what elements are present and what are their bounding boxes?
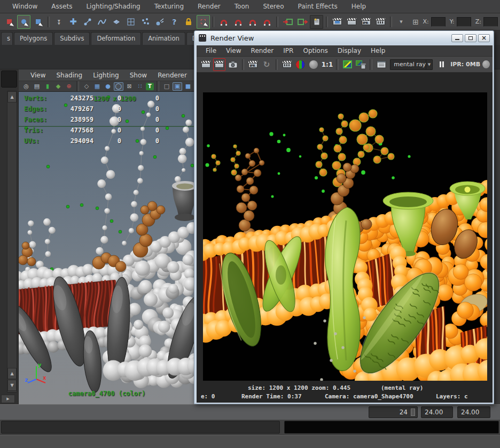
- render-frame-icon[interactable]: [345, 15, 358, 29]
- x-coordinate-field[interactable]: [431, 17, 446, 27]
- command-line-input[interactable]: [1, 421, 280, 434]
- snap-to-points-icon[interactable]: [81, 15, 95, 29]
- rv-refresh-ipr-button[interactable]: ↻: [260, 58, 272, 71]
- scroll-up-button[interactable]: ▲: [7, 91, 17, 103]
- rv-pause-ipr-button[interactable]: [435, 58, 448, 71]
- hud-toggle-icon[interactable]: T: [146, 83, 154, 90]
- snap-magnet-curve-icon[interactable]: [231, 15, 245, 29]
- selection-mask-icon[interactable]: [197, 15, 210, 29]
- snap-particles-icon[interactable]: [139, 15, 152, 29]
- rendered-image[interactable]: [203, 92, 487, 381]
- shelf-scrollbar[interactable]: ▲ ▲ ▼: [7, 91, 17, 392]
- snap-mode-chevrons-icon[interactable]: ▼▼: [52, 15, 66, 29]
- rv-menu-display[interactable]: Display: [333, 47, 366, 54]
- emitter-icon[interactable]: [153, 15, 167, 29]
- isolate-select-icon[interactable]: □: [162, 82, 171, 91]
- shelf-tab-polygons[interactable]: Polygons: [14, 32, 53, 45]
- panel-menu-show[interactable]: Show: [124, 72, 152, 79]
- rv-alpha-channel-button[interactable]: [308, 58, 320, 71]
- panel-menu-lighting[interactable]: Lighting: [88, 72, 124, 79]
- animation-end-field[interactable]: 24.00: [457, 406, 490, 418]
- snap-magnet-viewplane-icon[interactable]: [260, 15, 274, 29]
- menu-help[interactable]: Help: [345, 3, 373, 10]
- move-tool-icon[interactable]: ✚: [67, 15, 80, 29]
- scroll-down-button[interactable]: ▼: [7, 380, 17, 391]
- rv-menu-render[interactable]: Render: [246, 47, 279, 54]
- menu-lighting-shading[interactable]: Lighting/Shading: [79, 3, 147, 10]
- shaded-icon[interactable]: ▦: [92, 82, 102, 91]
- snap-magnet-point-icon[interactable]: [246, 15, 259, 29]
- rv-render-settings-button[interactable]: [375, 58, 387, 71]
- snap-magnet-grid-icon[interactable]: [217, 15, 230, 29]
- perspective-camera-icon[interactable]: ◎: [21, 82, 31, 91]
- panel-menu-shading[interactable]: Shading: [51, 72, 88, 79]
- snap-to-planes-icon[interactable]: [110, 15, 123, 29]
- rv-remove-image-button[interactable]: [355, 58, 367, 71]
- render-view-titlebar[interactable]: Render View ×: [195, 31, 493, 45]
- z-coordinate-field[interactable]: [483, 17, 498, 27]
- minimize-button[interactable]: [451, 34, 463, 42]
- four-pane-icon[interactable]: ■: [183, 82, 193, 91]
- time-slider[interactable]: 24 24.00 24.00: [0, 404, 500, 420]
- rv-snapshot-button[interactable]: [226, 58, 239, 71]
- particles-icon[interactable]: ∷: [135, 82, 145, 91]
- y-coordinate-field[interactable]: [457, 17, 471, 27]
- ipr-render-icon[interactable]: IPR: [360, 15, 373, 29]
- menu-assets[interactable]: Assets: [44, 3, 79, 10]
- rv-menu-help[interactable]: Help: [366, 47, 390, 54]
- render-settings-icon[interactable]: [374, 15, 387, 29]
- rv-keep-image-button[interactable]: [341, 58, 354, 71]
- menu-toon[interactable]: Toon: [228, 3, 256, 10]
- perspective-viewport[interactable]: Verts:24327500 Edges:47926700 Faces:2389…: [19, 92, 195, 404]
- close-button[interactable]: ×: [478, 34, 490, 42]
- menu-texturing[interactable]: Texturing: [147, 3, 191, 10]
- render-current-frame-icon[interactable]: [331, 15, 344, 29]
- snap-to-grid-icon[interactable]: [124, 15, 138, 29]
- rv-menu-view[interactable]: View: [221, 47, 246, 54]
- select-object-icon[interactable]: [17, 15, 30, 29]
- lock-icon[interactable]: [182, 15, 196, 29]
- construction-history-icon[interactable]: [310, 15, 323, 29]
- select-hierarchy-icon[interactable]: [3, 15, 16, 29]
- input-connections-icon[interactable]: [281, 15, 294, 29]
- rv-menu-file[interactable]: File: [201, 47, 221, 54]
- help-icon[interactable]: ?: [168, 15, 181, 29]
- rv-rgb-channels-button[interactable]: [294, 58, 307, 71]
- toolbox-last-tool-slot[interactable]: [1, 70, 17, 88]
- rv-region-render-button[interactable]: [280, 58, 293, 71]
- rv-redo-render-button[interactable]: [213, 58, 225, 71]
- menu-render[interactable]: Render: [191, 3, 228, 10]
- camera-attributes-icon[interactable]: ▤: [32, 82, 42, 91]
- renderer-dropdown[interactable]: mental ray ▼: [390, 59, 433, 70]
- expand-panel-button[interactable]: ▶: [1, 395, 15, 403]
- rv-menu-ipr[interactable]: IPR: [278, 47, 298, 54]
- output-connections-icon[interactable]: [295, 15, 309, 29]
- time-slider-handle[interactable]: [411, 408, 415, 416]
- field-dropdown-icon[interactable]: ▼: [395, 15, 408, 29]
- single-pane-icon[interactable]: ▣: [173, 82, 182, 91]
- snap-to-curves-icon[interactable]: [96, 15, 109, 29]
- image-plane-icon[interactable]: ◆: [53, 82, 63, 91]
- maximize-button[interactable]: [465, 34, 476, 42]
- playback-end-field[interactable]: 24.00: [421, 406, 453, 418]
- select-component-icon[interactable]: [32, 15, 45, 29]
- shelf-tab-deformation[interactable]: Deformation: [91, 32, 141, 45]
- no-textures-icon[interactable]: ⊠: [124, 82, 134, 91]
- rv-ipr-render-button[interactable]: IPR: [247, 58, 259, 71]
- shelf-tab-surfaces[interactable]: s: [1, 32, 13, 45]
- rv-one-to-one-button[interactable]: 1:1: [321, 58, 333, 71]
- quad-view-icon[interactable]: ⊞: [409, 15, 423, 29]
- end-frame-field[interactable]: 24: [369, 406, 418, 418]
- menu-stereo[interactable]: Stereo: [256, 3, 291, 10]
- menu-window[interactable]: Window: [5, 3, 44, 10]
- smooth-shaded-icon[interactable]: ●: [103, 82, 113, 91]
- shelf-tab-animation[interactable]: Animation: [142, 32, 185, 45]
- wireframe-on-shaded-icon[interactable]: ◯: [114, 82, 123, 91]
- scroll-up-button-2[interactable]: ▲: [7, 368, 17, 379]
- panel-menu-renderer[interactable]: Renderer: [152, 72, 192, 79]
- bookmark-icon[interactable]: ▮: [43, 82, 52, 91]
- wireframe-icon[interactable]: ◇: [82, 82, 91, 91]
- shelf-tab-subdivs[interactable]: Subdivs: [54, 32, 90, 45]
- panel-menu-view[interactable]: View: [25, 72, 51, 79]
- rv-render-button[interactable]: [200, 58, 212, 71]
